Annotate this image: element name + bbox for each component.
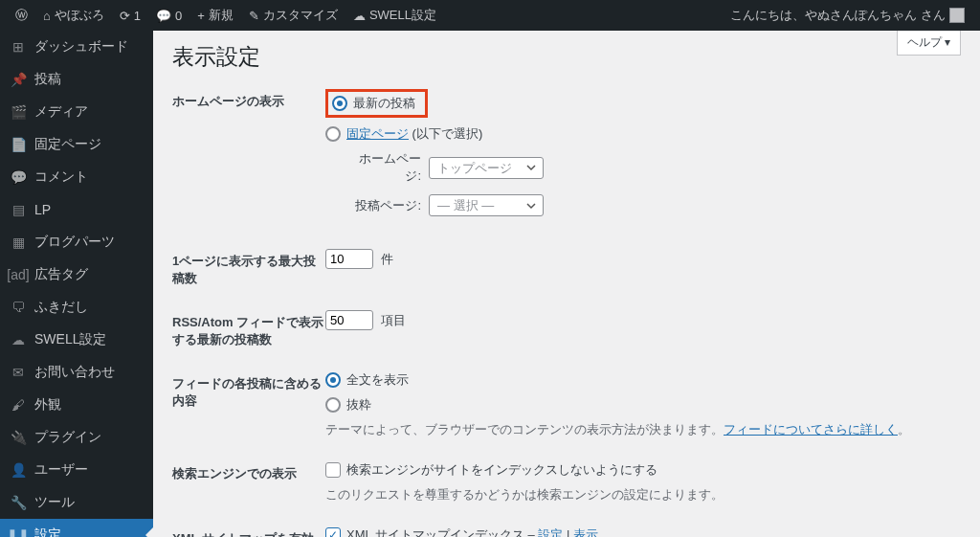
sidebar-item-comment[interactable]: 💬コメント xyxy=(0,161,153,193)
sidebar-item-pin[interactable]: 📌投稿 xyxy=(0,63,153,96)
sidebar-item-label: LP xyxy=(34,202,51,217)
media-icon: 🎬 xyxy=(10,103,27,121)
sidebar-item-label: SWELL設定 xyxy=(34,331,106,348)
radio-feed-full-label: 全文を表示 xyxy=(346,371,409,389)
sidebar-item-page[interactable]: 📄固定ページ xyxy=(0,128,153,161)
sitemap-view-link[interactable]: 表示 xyxy=(573,527,598,537)
sidebar-item-lp[interactable]: ▤LP xyxy=(0,193,153,226)
lp-icon: ▤ xyxy=(10,201,27,218)
site-name[interactable]: ⌂やぼぶろ xyxy=(35,0,112,31)
comment-icon: 💬 xyxy=(10,168,27,186)
latest-posts-option-highlight: 最新の投稿 xyxy=(325,89,428,118)
sidebar-item-label: ふきだし xyxy=(34,299,88,316)
checkbox-noindex-label: 検索エンジンがサイトをインデックスしないようにする xyxy=(346,461,657,479)
plus-icon: + xyxy=(197,9,205,23)
sidebar-item-user[interactable]: 👤ユーザー xyxy=(0,454,153,486)
comments-toolbar[interactable]: 💬0 xyxy=(148,0,189,31)
feed-items-suffix: 項目 xyxy=(381,313,406,327)
sidebar-item-plugin[interactable]: 🔌プラグイン xyxy=(0,421,153,454)
radio-latest-posts[interactable] xyxy=(332,96,347,111)
sidebar-item-label: ユーザー xyxy=(34,461,88,479)
radio-feed-summary[interactable] xyxy=(325,397,341,413)
feed-learn-more-link[interactable]: フィードについてさらに詳しく xyxy=(724,422,898,436)
homepage-select-label: ホームページ: xyxy=(346,150,421,185)
dashboard-icon: ⊞ xyxy=(10,38,27,56)
sidebar-item-dashboard[interactable]: ⊞ダッシュボード xyxy=(0,31,153,63)
customize-toolbar[interactable]: ✎カスタマイズ xyxy=(241,0,345,31)
refresh-icon: ⟳ xyxy=(120,9,130,23)
swell-toolbar[interactable]: ☁SWELL設定 xyxy=(345,0,444,31)
posts-per-page-label: 1ページに表示する最大投稿数 xyxy=(172,249,325,287)
sidebar-item-tool[interactable]: 🔧ツール xyxy=(0,486,153,519)
user-icon: 👤 xyxy=(10,461,27,479)
comment-icon: 💬 xyxy=(156,9,171,23)
static-page-link[interactable]: 固定ページ xyxy=(346,126,409,141)
sidebar-item-swell[interactable]: ☁SWELL設定 xyxy=(0,324,153,356)
checkbox-noindex[interactable] xyxy=(325,462,341,478)
feed-items-input[interactable] xyxy=(325,310,373,330)
sidebar-item-parts[interactable]: ▦ブログパーツ xyxy=(0,226,153,258)
help-tab[interactable]: ヘルプ ▾ xyxy=(897,31,961,56)
settings-icon: ❚❚ xyxy=(10,526,27,537)
content-area: ヘルプ ▾ 表示設定 ホームページの表示 最新の投稿 固定ページ (以下で選択) xyxy=(153,31,980,537)
toolbar-right: こんにちは、やぬさんぽんちゃん さん xyxy=(723,0,972,31)
sidebar-item-brush[interactable]: 🖌外観 xyxy=(0,389,153,421)
sidebar-item-label: 広告タグ xyxy=(34,266,88,283)
home-icon: ⌂ xyxy=(43,9,51,23)
mail-icon: ✉ xyxy=(10,364,27,381)
checkbox-sitemap-index[interactable]: ✓ xyxy=(325,527,341,537)
avatar xyxy=(949,8,965,23)
pin-icon: 📌 xyxy=(10,71,27,88)
sitemap-index-label: XML サイトマップインデックス – 設定 | 表示 xyxy=(346,526,598,537)
wordpress-icon: ⓦ xyxy=(15,7,28,24)
sidebar-item-label: メディア xyxy=(34,103,88,121)
plugin-icon: 🔌 xyxy=(10,429,27,446)
page-title: 表示設定 xyxy=(172,42,961,72)
static-page-suffix: (以下で選択) xyxy=(409,126,482,141)
posts-per-page-suffix: 件 xyxy=(381,252,393,266)
homepage-select[interactable]: トップページ xyxy=(429,157,544,179)
user-greeting[interactable]: こんにちは、やぬさんぽんちゃん さん xyxy=(723,0,972,31)
wp-logo[interactable]: ⓦ xyxy=(8,0,35,31)
sidebar-item-label: 外観 xyxy=(34,396,61,414)
sidebar-item-label: ブログパーツ xyxy=(34,234,115,251)
sidebar-item-mail[interactable]: ✉お問い合わせ xyxy=(0,356,153,389)
radio-static-page[interactable] xyxy=(325,126,341,142)
tool-icon: 🔧 xyxy=(10,494,27,511)
sidebar-item-media[interactable]: 🎬メディア xyxy=(0,96,153,128)
radio-latest-posts-label: 最新の投稿 xyxy=(353,95,415,112)
sidebar-item-ad[interactable]: [ad]広告タグ xyxy=(0,258,153,291)
sitemap-label: XML サイトマップを有効化 xyxy=(172,526,325,537)
sidebar-item-label: ツール xyxy=(34,494,75,511)
ad-icon: [ad] xyxy=(10,266,27,283)
swell-icon: ☁ xyxy=(10,331,27,348)
updates[interactable]: ⟳1 xyxy=(112,0,148,31)
sidebar-item-label: 設定 xyxy=(34,526,61,537)
brush-icon: ✎ xyxy=(249,9,259,23)
sidebar-item-label: 固定ページ xyxy=(34,136,101,153)
toolbar-left: ⓦ ⌂やぼぶろ ⟳1 💬0 +新規 ✎カスタマイズ ☁SWELL設定 xyxy=(8,0,444,31)
feed-content-label: フィードの各投稿に含める内容 xyxy=(172,371,325,410)
page-icon: 📄 xyxy=(10,136,27,153)
sidebar-item-label: プラグイン xyxy=(34,429,101,446)
parts-icon: ▦ xyxy=(10,234,27,251)
sitemap-settings-link[interactable]: 設定 xyxy=(538,527,563,537)
search-engines-desc: このリクエストを尊重するかどうかは検索エンジンの設定によります。 xyxy=(325,486,961,503)
admin-sidebar: ⊞ダッシュボード📌投稿🎬メディア📄固定ページ💬コメント▤LP▦ブログパーツ[ad… xyxy=(0,31,153,537)
feed-items-label: RSS/Atom フィードで表示する最新の投稿数 xyxy=(172,310,325,348)
homepage-display-label: ホームページの表示 xyxy=(172,89,325,110)
sidebar-item-bubble[interactable]: 🗨ふきだし xyxy=(0,291,153,324)
sidebar-item-label: お問い合わせ xyxy=(34,364,115,381)
sidebar-item-settings[interactable]: ❚❚設定 xyxy=(0,519,153,537)
posts-page-select-label: 投稿ページ: xyxy=(346,197,421,214)
radio-feed-summary-label: 抜粋 xyxy=(346,396,371,414)
sidebar-item-label: コメント xyxy=(34,168,88,186)
search-engines-label: 検索エンジンでの表示 xyxy=(172,461,325,482)
posts-page-select[interactable]: — 選択 — xyxy=(429,194,544,216)
sidebar-item-label: 投稿 xyxy=(34,71,61,88)
posts-per-page-input[interactable] xyxy=(325,249,373,269)
radio-feed-full[interactable] xyxy=(325,372,341,388)
brush-icon: 🖌 xyxy=(10,396,27,414)
new-content[interactable]: +新規 xyxy=(189,0,241,31)
sidebar-item-label: ダッシュボード xyxy=(34,38,128,56)
